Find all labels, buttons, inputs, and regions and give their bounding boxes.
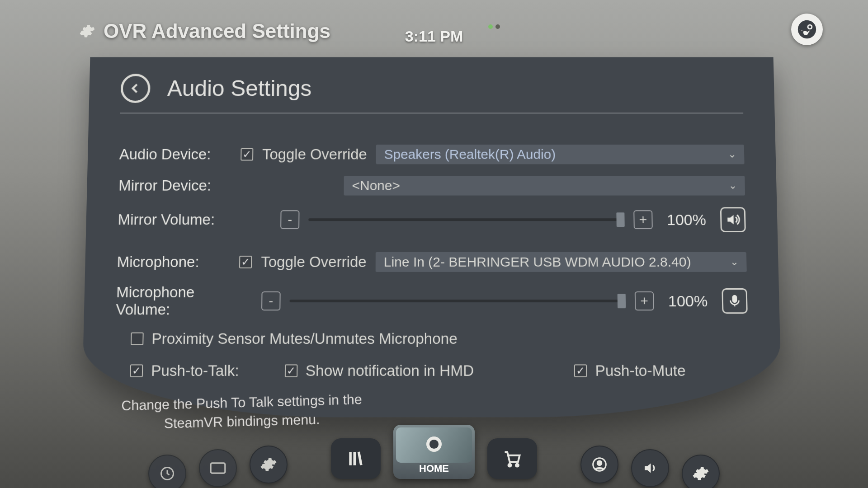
audio-device-select[interactable]: Speakers (Realtek(R) Audio) ⌄ — [376, 145, 745, 164]
proximity-checkbox[interactable] — [131, 333, 144, 345]
mirror-device-value: <None> — [352, 178, 401, 193]
microphone-row: Microphone: Toggle Override Line In (2- … — [117, 252, 747, 272]
mirror-volume-minus-button[interactable]: - — [280, 210, 299, 229]
mic-volume-plus-button[interactable]: + — [635, 291, 654, 310]
mic-override-checkbox[interactable] — [239, 256, 252, 268]
mirror-device-row: Mirror Device: <None> ⌄ — [118, 176, 745, 196]
chevron-down-icon: ⌄ — [730, 256, 739, 268]
mirror-volume-label: Mirror Volume: — [118, 211, 231, 228]
ptm-label: Push-to-Mute — [595, 362, 686, 380]
dock-profile-button[interactable] — [580, 446, 618, 483]
mirror-volume-plus-button[interactable]: + — [633, 210, 653, 229]
form-area: Audio Device: Toggle Override Speakers (… — [113, 145, 750, 431]
mic-volume-slider[interactable] — [290, 300, 626, 302]
svg-point-7 — [509, 464, 511, 467]
status-dots — [488, 24, 500, 29]
chevron-down-icon: ⌄ — [728, 180, 736, 192]
dock-recent-button[interactable] — [148, 455, 186, 488]
svg-rect-5 — [211, 463, 225, 473]
panel-header: Audio Settings — [120, 74, 743, 113]
audio-device-label: Audio Device: — [119, 146, 231, 163]
dock-volume-button[interactable] — [631, 449, 669, 487]
steam-icon — [426, 436, 442, 452]
svg-point-6 — [429, 440, 439, 449]
mic-volume-row: Microphone Volume: - + 100% — [116, 284, 748, 318]
mirror-device-label: Mirror Device: — [118, 177, 231, 194]
dock-settings-button[interactable] — [682, 455, 720, 488]
chevron-down-icon: ⌄ — [728, 149, 736, 160]
slider-thumb[interactable] — [616, 212, 624, 227]
svg-point-2 — [808, 26, 811, 28]
audio-device-value: Speakers (Realtek(R) Audio) — [384, 147, 556, 162]
dock-desktop-button[interactable] — [199, 449, 237, 487]
show-notif-label: Show notification in HMD — [306, 362, 474, 380]
dock-library-button[interactable] — [331, 438, 381, 479]
svg-rect-3 — [733, 296, 736, 302]
mirror-device-select[interactable]: <None> ⌄ — [344, 176, 745, 196]
svg-point-0 — [798, 20, 816, 38]
mic-volume-minus-button[interactable]: - — [261, 291, 281, 310]
ptm-checkbox[interactable] — [574, 364, 587, 377]
steam-icon[interactable] — [791, 14, 823, 45]
mirror-volume-slider[interactable] — [308, 218, 624, 221]
page-title: Audio Settings — [167, 75, 311, 101]
microphone-value: Line In (2- BEHRINGER USB WDM AUDIO 2.8.… — [384, 254, 691, 270]
dock-home-label: HOME — [419, 463, 449, 474]
ptt-checkbox[interactable] — [130, 364, 143, 377]
mirror-volume-value: 100% — [661, 211, 712, 229]
audio-override-checkbox[interactable] — [241, 148, 253, 161]
slider-thumb[interactable] — [618, 294, 626, 308]
mic-volume-value: 100% — [663, 292, 713, 310]
mirror-volume-row: Mirror Volume: - + 100% — [118, 207, 746, 232]
dock-home-button[interactable]: HOME — [393, 425, 475, 479]
show-notif-checkbox[interactable] — [284, 364, 297, 377]
settings-panel: Audio Settings Audio Device: Toggle Over… — [81, 57, 782, 417]
mic-volume-label: Microphone Volume: — [116, 284, 253, 318]
microphone-label: Microphone: — [117, 253, 230, 271]
back-button[interactable] — [120, 74, 151, 103]
top-bar: 3:11 PM — [0, 18, 868, 54]
mic-override-label: Toggle Override — [261, 253, 367, 271]
speaker-icon[interactable] — [720, 207, 746, 232]
microphone-icon[interactable] — [722, 288, 747, 314]
svg-point-10 — [597, 461, 602, 465]
proximity-label: Proximity Sensor Mutes/Unmutes Microphon… — [151, 330, 457, 347]
dock-ovr-button[interactable] — [250, 446, 288, 483]
audio-override-label: Toggle Override — [262, 146, 367, 163]
dock-store-button[interactable] — [487, 438, 537, 479]
ptt-row: Push-to-Talk: Show notification in HMD P… — [114, 362, 749, 380]
clock: 3:11 PM — [405, 28, 463, 45]
ptt-label: Push-to-Talk: — [151, 362, 239, 380]
svg-point-8 — [516, 464, 519, 467]
proximity-row: Proximity Sensor Mutes/Unmutes Microphon… — [131, 330, 749, 347]
audio-device-row: Audio Device: Toggle Override Speakers (… — [119, 145, 744, 164]
microphone-select[interactable]: Line In (2- BEHRINGER USB WDM AUDIO 2.8.… — [376, 252, 747, 272]
bottom-dock: HOME — [0, 425, 868, 479]
